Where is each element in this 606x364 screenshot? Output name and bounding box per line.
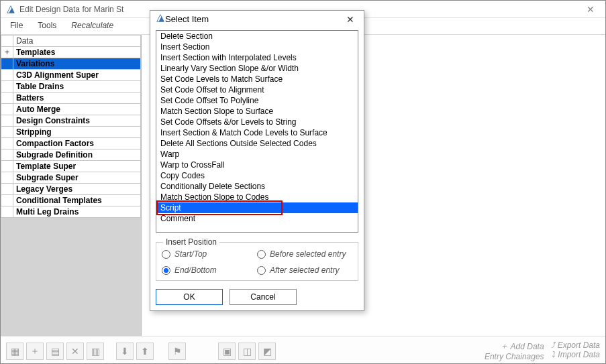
modal-overlay: Select Item ✕ Delete SectionInsert Secti… — [1, 1, 605, 363]
list-item[interactable]: Insert Section — [156, 42, 358, 52]
dialog-app-icon — [156, 13, 165, 25]
list-item[interactable]: Insert Section with Interpolated Levels — [156, 52, 358, 63]
list-item[interactable]: Insert Section & Match Code Levels to Su… — [156, 127, 358, 138]
list-item[interactable]: Script — [156, 202, 358, 213]
insert-position-group: Insert Position Start/Top Before selecte… — [156, 242, 358, 281]
list-item[interactable]: Copy Codes — [156, 170, 358, 181]
list-item[interactable]: Delete Section — [156, 31, 358, 42]
list-item[interactable]: Conditionally Delete Sections — [156, 181, 358, 192]
radio-before-selected[interactable]: Before selected entry — [257, 249, 352, 259]
radio-after-selected[interactable]: After selected entry — [257, 265, 352, 275]
list-item[interactable]: Warp — [156, 149, 358, 160]
list-item[interactable]: Set Code Offset To Polyline — [156, 95, 358, 106]
list-item[interactable]: Set Code Offsets &/or Levels to String — [156, 117, 358, 127]
cancel-button[interactable]: Cancel — [230, 289, 297, 305]
radio-start-top[interactable]: Start/Top — [162, 249, 257, 259]
list-item[interactable]: Set Code Levels to Match Surface — [156, 74, 358, 84]
insert-position-legend: Insert Position — [163, 237, 219, 247]
select-item-listbox[interactable]: Delete SectionInsert SectionInsert Secti… — [156, 30, 358, 233]
list-item[interactable]: Match Section Slope to Codes — [156, 192, 358, 202]
select-item-dialog: Select Item ✕ Delete SectionInsert Secti… — [150, 10, 364, 311]
radio-end-bottom[interactable]: End/Bottom — [162, 265, 257, 275]
list-item[interactable]: Comment — [156, 213, 358, 224]
dialog-titlebar: Select Item ✕ — [150, 11, 364, 27]
dialog-close-icon[interactable]: ✕ — [342, 14, 358, 25]
list-item[interactable]: Match Section Slope to Surface — [156, 106, 358, 117]
ok-button[interactable]: OK — [156, 289, 223, 305]
list-item[interactable]: Warp to CrossFall — [156, 160, 358, 170]
list-item[interactable]: Set Code Offset to Alignment — [156, 84, 358, 95]
list-item[interactable]: Linearly Vary Section Slope &/or Width — [156, 63, 358, 74]
dialog-title: Select Item — [165, 14, 209, 24]
list-item[interactable]: Delete All Sections Outside Selected Cod… — [156, 138, 358, 149]
